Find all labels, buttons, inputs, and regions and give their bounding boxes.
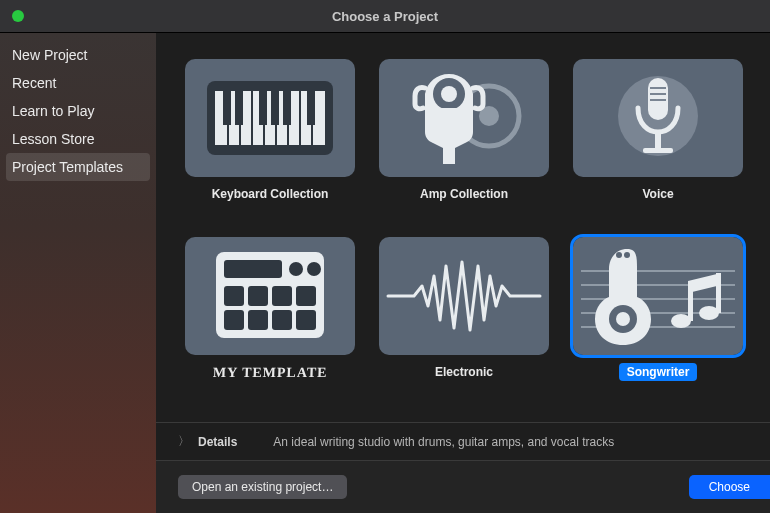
- template-amp-collection[interactable]: Amp Collection: [376, 59, 552, 219]
- svg-point-29: [289, 262, 303, 276]
- details-row[interactable]: 〉 Details An ideal writing studio with d…: [156, 422, 770, 460]
- amp-icon: [389, 68, 539, 168]
- svg-point-48: [624, 252, 630, 258]
- svg-point-47: [616, 252, 622, 258]
- template-electronic[interactable]: Electronic: [376, 237, 552, 397]
- template-label: MY TEMPLATE: [204, 363, 335, 383]
- template-label: Songwriter: [619, 363, 698, 381]
- sidebar-item-label: Recent: [12, 75, 56, 91]
- svg-rect-32: [248, 286, 268, 306]
- sidebar-item-label: New Project: [12, 47, 87, 63]
- sidebar-item-learn-to-play[interactable]: Learn to Play: [0, 97, 156, 125]
- sidebar-item-new-project[interactable]: New Project: [0, 41, 156, 69]
- sidebar: New Project Recent Learn to Play Lesson …: [0, 33, 156, 513]
- template-label: Amp Collection: [412, 185, 516, 203]
- svg-rect-8: [299, 91, 301, 145]
- svg-rect-37: [272, 310, 292, 330]
- footer: Open an existing project… Choose: [156, 460, 770, 513]
- svg-rect-36: [248, 310, 268, 330]
- template-songwriter[interactable]: Songwriter: [570, 237, 746, 397]
- svg-rect-11: [235, 91, 243, 125]
- sidebar-item-label: Learn to Play: [12, 103, 95, 119]
- open-existing-button[interactable]: Open an existing project…: [178, 475, 347, 499]
- details-label: Details: [198, 435, 237, 449]
- chevron-right-icon: 〉: [178, 433, 190, 450]
- keyboard-icon: [205, 79, 335, 157]
- svg-rect-28: [224, 260, 282, 278]
- sidebar-item-recent[interactable]: Recent: [0, 69, 156, 97]
- sidebar-item-label: Project Templates: [12, 159, 123, 175]
- svg-rect-31: [224, 286, 244, 306]
- drum-machine-icon: [210, 248, 330, 344]
- sidebar-item-label: Lesson Store: [12, 131, 95, 147]
- svg-point-30: [307, 262, 321, 276]
- sidebar-item-project-templates[interactable]: Project Templates: [6, 153, 150, 181]
- songwriter-icon: [573, 241, 743, 351]
- choose-button[interactable]: Choose: [689, 475, 770, 499]
- template-label: Voice: [634, 185, 681, 203]
- details-text: An ideal writing studio with drums, guit…: [273, 435, 614, 449]
- template-label: Electronic: [427, 363, 501, 381]
- template-grid: Keyboard Collection: [156, 33, 770, 422]
- window-title: Choose a Project: [0, 9, 770, 24]
- microphone-icon: [613, 68, 703, 168]
- waveform-icon: [384, 256, 544, 336]
- svg-rect-22: [655, 132, 661, 148]
- svg-rect-23: [643, 148, 673, 153]
- template-keyboard-collection[interactable]: Keyboard Collection: [182, 59, 358, 219]
- titlebar: Choose a Project: [0, 0, 770, 32]
- svg-rect-12: [259, 91, 267, 125]
- svg-rect-35: [224, 310, 244, 330]
- sidebar-item-lesson-store[interactable]: Lesson Store: [0, 125, 156, 153]
- svg-rect-34: [296, 286, 316, 306]
- svg-point-19: [441, 86, 457, 102]
- svg-rect-33: [272, 286, 292, 306]
- template-voice[interactable]: Voice: [570, 59, 746, 219]
- traffic-light-green[interactable]: [12, 10, 24, 22]
- svg-rect-15: [307, 91, 315, 125]
- svg-rect-13: [271, 91, 279, 125]
- svg-point-45: [616, 312, 630, 326]
- template-label: Keyboard Collection: [204, 185, 337, 203]
- svg-rect-46: [617, 261, 629, 301]
- svg-rect-38: [296, 310, 316, 330]
- main-panel: Keyboard Collection: [156, 33, 770, 513]
- svg-rect-14: [283, 91, 291, 125]
- svg-rect-10: [223, 91, 231, 125]
- svg-rect-4: [251, 91, 253, 145]
- template-my-template[interactable]: MY TEMPLATE: [182, 237, 358, 397]
